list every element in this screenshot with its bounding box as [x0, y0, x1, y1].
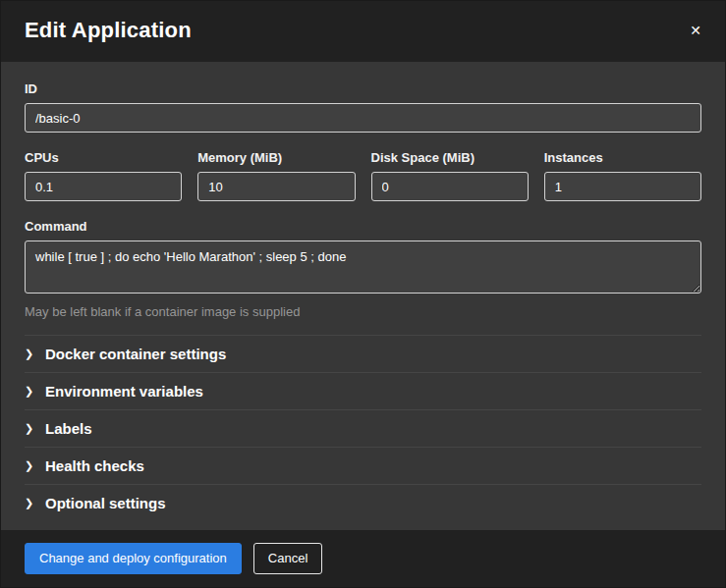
chevron-right-icon: ❯ — [25, 385, 34, 398]
chevron-right-icon: ❯ — [25, 459, 34, 472]
id-input[interactable] — [25, 103, 701, 133]
command-field-group: Command while [ true ] ; do echo 'Hello … — [25, 219, 701, 319]
resources-row: CPUs Memory (MiB) Disk Space (MiB) Insta… — [25, 150, 701, 201]
memory-label: Memory (MiB) — [197, 150, 355, 165]
section-health-checks[interactable]: ❯ Health checks — [25, 447, 701, 484]
chevron-right-icon: ❯ — [25, 497, 34, 509]
id-label: ID — [25, 81, 701, 96]
chevron-right-icon: ❯ — [25, 347, 34, 360]
cancel-button[interactable]: Cancel — [253, 543, 322, 574]
section-label: Optional settings — [45, 495, 166, 511]
section-optional-settings[interactable]: ❯ Optional settings — [25, 484, 701, 521]
close-icon[interactable]: ✕ — [688, 20, 703, 41]
instances-field-group: Instances — [544, 150, 701, 201]
collapsible-sections: ❯ Docker container settings ❯ Environmen… — [25, 335, 701, 521]
instances-label: Instances — [544, 150, 701, 165]
modal-body: ID CPUs Memory (MiB) Disk Space (MiB) In… — [1, 62, 725, 530]
command-input[interactable]: while [ true ] ; do echo 'Hello Marathon… — [25, 241, 701, 294]
memory-field-group: Memory (MiB) — [197, 150, 355, 201]
modal-header: Edit Application ✕ — [1, 1, 725, 62]
disk-label: Disk Space (MiB) — [371, 150, 529, 165]
command-label: Command — [25, 219, 701, 234]
section-label: Labels — [45, 420, 92, 437]
page-title: Edit Application — [25, 18, 192, 43]
cpus-label: CPUs — [25, 150, 182, 165]
cpus-input[interactable] — [25, 172, 182, 201]
section-environment-variables[interactable]: ❯ Environment variables — [25, 372, 701, 409]
section-label: Environment variables — [45, 383, 203, 400]
section-label: Docker container settings — [45, 346, 226, 362]
memory-input[interactable] — [197, 172, 355, 201]
disk-input[interactable] — [371, 172, 529, 201]
section-docker-container-settings[interactable]: ❯ Docker container settings — [25, 335, 701, 372]
deploy-button[interactable]: Change and deploy configuration — [25, 543, 242, 574]
chevron-right-icon: ❯ — [25, 422, 34, 435]
cpus-field-group: CPUs — [25, 150, 182, 201]
section-label: Health checks — [45, 457, 144, 474]
instances-input[interactable] — [544, 172, 701, 201]
edit-application-modal: Edit Application ✕ ID CPUs Memory (MiB) … — [0, 0, 726, 588]
disk-field-group: Disk Space (MiB) — [371, 150, 529, 201]
section-labels[interactable]: ❯ Labels — [25, 409, 701, 447]
id-field-group: ID — [25, 81, 701, 133]
command-help-text: May be left blank if a container image i… — [25, 304, 701, 319]
modal-footer: Change and deploy configuration Cancel — [1, 530, 725, 587]
